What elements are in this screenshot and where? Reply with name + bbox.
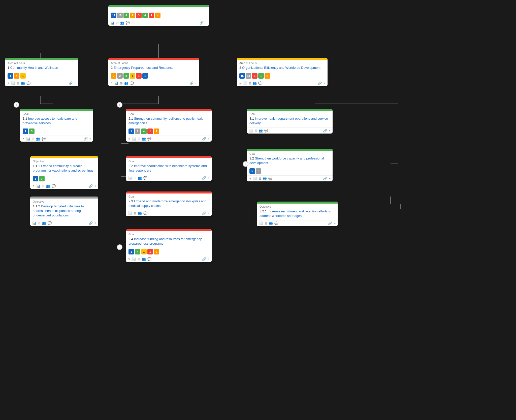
table-icon[interactable]: ⊞ [138,137,140,141]
chart-icon[interactable]: 📊 [249,129,253,133]
group-icon[interactable]: 👥 [142,137,146,141]
expand-area1[interactable]: ○ [14,102,19,108]
chat-icon[interactable]: 💬 [52,184,56,188]
chat-icon[interactable]: 💬 [42,137,46,141]
group-icon[interactable]: 👥 [269,221,273,225]
plus-icon[interactable]: + [329,177,331,180]
plus-icon[interactable]: + [74,81,76,85]
chart-icon[interactable]: 📊 [110,21,114,25]
goal-11-toolbar[interactable]: ∧ 📊 ⊞ 👥 💬 🔗 + [20,136,93,142]
table-icon[interactable]: ⊞ [120,81,123,85]
expand-icon[interactable]: ∨ [249,177,251,180]
group-icon[interactable]: 👥 [21,81,25,85]
link-icon[interactable]: 🔗 [328,221,332,225]
chat-icon[interactable]: 💬 [143,176,147,180]
group-icon[interactable]: 👥 [46,184,50,188]
plus-icon[interactable]: + [94,221,96,225]
plus-icon[interactable]: + [89,137,91,141]
link-icon[interactable]: 🔗 [202,137,206,141]
area-2-toolbar[interactable]: ∧ 📊 ⊞ 👥 💬 🔗 + [108,80,199,86]
table-icon[interactable]: ⊞ [116,21,119,25]
plus-icon[interactable]: + [208,176,210,180]
chat-icon[interactable]: 💬 [48,221,52,225]
chat-icon[interactable]: 💬 [268,177,272,180]
chat-icon[interactable]: 💬 [130,81,134,85]
table-icon[interactable]: ⊞ [259,177,261,180]
collapse-icon[interactable]: ∧ [239,81,241,85]
plus-icon[interactable]: + [205,21,207,25]
link-icon[interactable]: 🔗 [189,81,194,85]
link-icon[interactable]: 🔗 [200,21,204,25]
collapse-icon[interactable]: ∧ [110,81,113,85]
collapse-icon[interactable]: ∧ [22,137,25,141]
goal-24-toolbar[interactable]: ∨ 📊 ⊞ 👥 💬 🔗 + [126,256,212,262]
link-icon[interactable]: 🔗 [69,81,73,85]
link-icon[interactable]: 🔗 [84,137,88,141]
expand-icon[interactable]: ∨ [128,137,131,141]
obj-111-toolbar[interactable]: ∧ 📊 ⊞ 👥 💬 🔗 + [30,183,98,189]
chat-icon[interactable]: 💬 [126,21,130,25]
chart-icon[interactable]: 📊 [36,184,40,188]
chat-icon[interactable]: 💬 [264,129,268,133]
chart-icon[interactable]: 📊 [253,177,257,180]
group-icon[interactable]: 👥 [142,257,146,261]
chat-icon[interactable]: 💬 [143,211,147,215]
area-1-toolbar[interactable]: ∧ 📊 ⊞ 👥 💬 🔗 + [5,80,78,86]
table-icon[interactable]: ⊞ [248,81,251,85]
chart-icon[interactable]: 📊 [114,81,118,85]
table-icon[interactable]: ⊞ [134,176,136,180]
plus-icon[interactable]: + [329,129,331,133]
group-icon[interactable]: 👥 [253,81,257,85]
plus-icon[interactable]: + [208,257,210,261]
link-icon[interactable]: 🔗 [318,81,322,85]
chat-icon[interactable]: 💬 [26,81,30,85]
collapse-icon[interactable]: ∧ [32,184,35,188]
link-icon[interactable]: 🔗 [202,211,206,215]
link-icon[interactable]: 🔗 [202,257,206,261]
plan-toolbar[interactable]: 📊 ⊞ 👥 💬 🔗 + [108,20,209,26]
area-3-toolbar[interactable]: ∧ 📊 ⊞ 👥 💬 🔗 + [237,80,328,86]
obj-112-toolbar[interactable]: 📊 ⊞ 👥 💬 🔗 + [30,220,98,226]
link-icon[interactable]: 🔗 [202,176,206,180]
chart-icon[interactable]: 📊 [26,137,30,141]
table-icon[interactable]: ⊞ [265,221,267,225]
chart-icon[interactable]: 📊 [128,211,132,215]
goal-21-toolbar[interactable]: ∨ 📊 ⊞ 👥 💬 🔗 + [126,136,212,142]
chart-icon[interactable]: 📊 [11,81,15,85]
chart-icon[interactable]: 📊 [132,257,136,261]
table-icon[interactable]: ⊞ [38,221,41,225]
table-icon[interactable]: ⊞ [134,211,136,215]
table-icon[interactable]: ⊞ [254,129,257,133]
plus-icon[interactable]: + [334,221,336,225]
group-icon[interactable]: 👥 [259,129,263,133]
obj-321-toolbar[interactable]: 📊 ⊞ 👥 💬 🔗 + [257,220,338,226]
chat-icon[interactable]: 💬 [258,81,262,85]
chart-icon[interactable]: 📊 [132,137,136,141]
expand-goal24[interactable]: ○ [117,244,122,250]
chat-icon[interactable]: 💬 [147,137,151,141]
plus-icon[interactable]: + [195,81,197,85]
plus-icon[interactable]: + [94,184,96,188]
group-icon[interactable]: 👥 [124,81,128,85]
group-icon[interactable]: 👥 [36,137,40,141]
collapse-icon[interactable]: ∧ [7,81,10,85]
link-icon[interactable]: 🔗 [323,177,327,180]
goal-31-toolbar[interactable]: 📊 ⊞ 👥 💬 🔗 + [247,127,333,134]
expand-icon[interactable]: ∨ [128,257,131,261]
group-icon[interactable]: 👥 [138,211,142,215]
chat-icon[interactable]: 💬 [274,221,278,225]
plus-icon[interactable]: + [324,81,326,85]
table-icon[interactable]: ⊞ [138,257,140,261]
group-icon[interactable]: 👥 [138,176,142,180]
expand-area2[interactable]: ○ [117,102,122,108]
link-icon[interactable]: 🔗 [323,129,327,133]
chart-icon[interactable]: 📊 [243,81,247,85]
plus-icon[interactable]: + [208,137,210,141]
goal-22-toolbar[interactable]: 📊 ⊞ 👥 💬 🔗 + [126,175,212,181]
chat-icon[interactable]: 💬 [147,257,151,261]
table-icon[interactable]: ⊞ [42,184,45,188]
goal-23-toolbar[interactable]: 📊 ⊞ 👥 💬 🔗 + [126,210,212,216]
table-icon[interactable]: ⊞ [17,81,19,85]
goal-32-toolbar[interactable]: ∨ 📊 ⊞ 👥 💬 🔗 + [247,175,333,181]
chart-icon[interactable]: 📊 [128,176,132,180]
